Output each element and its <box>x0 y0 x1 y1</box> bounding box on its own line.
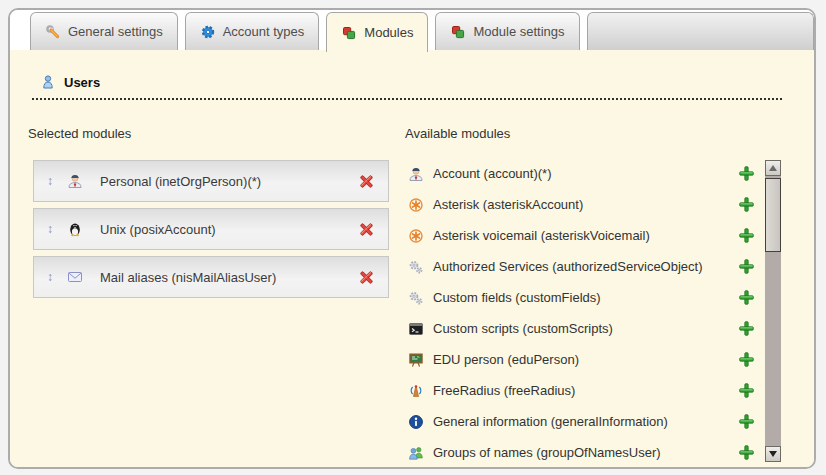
available-module-row: Account (account)(*) <box>408 158 755 189</box>
remove-module-button[interactable] <box>358 221 375 238</box>
selected-modules-label: Selected modules <box>28 126 131 141</box>
gears-icon <box>408 259 424 275</box>
person-icon <box>67 173 84 190</box>
antenna-icon <box>408 383 424 399</box>
gear-icon <box>200 24 216 40</box>
scrollbar-thumb[interactable] <box>765 178 781 252</box>
chalkboard-icon <box>408 352 424 368</box>
add-module-button[interactable] <box>738 413 755 430</box>
selected-module-row[interactable]: ↕Mail aliases (nisMailAliasUser) <box>33 256 389 298</box>
tab-label: General settings <box>68 24 163 39</box>
add-module-button[interactable] <box>738 165 755 182</box>
modules-tab-content: Users Selected modules Available modules… <box>10 50 814 467</box>
available-module-row: General information (generalInformation) <box>408 406 755 437</box>
drag-handle-icon[interactable]: ↕ <box>47 175 53 187</box>
person-icon <box>408 166 424 182</box>
user-pawn-icon <box>40 74 56 90</box>
module-label: Unix (posixAccount) <box>100 222 216 237</box>
add-module-button[interactable] <box>738 258 755 275</box>
tab-account-types[interactable]: Account types <box>185 12 320 50</box>
tux-icon <box>67 221 84 238</box>
available-module-row: Asterisk (asteriskAccount) <box>408 189 755 220</box>
add-module-button[interactable] <box>738 444 755 461</box>
available-module-row: Groups of names (groupOfNamesUser) <box>408 437 755 468</box>
drag-handle-icon[interactable]: ↕ <box>47 271 53 283</box>
add-module-button[interactable] <box>738 351 755 368</box>
add-module-button[interactable] <box>738 382 755 399</box>
add-module-button[interactable] <box>738 289 755 306</box>
modules-blocks-icon <box>450 24 466 40</box>
tab-module-settings[interactable]: Module settings <box>435 12 579 50</box>
add-module-button[interactable] <box>738 227 755 244</box>
module-label: Personal (inetOrgPerson)(*) <box>100 174 261 189</box>
module-label: FreeRadius (freeRadius) <box>433 383 575 398</box>
wrench-icon <box>45 24 61 40</box>
remove-module-button[interactable] <box>358 269 375 286</box>
available-module-row: Asterisk voicemail (asteriskVoicemail) <box>408 220 755 251</box>
info-icon <box>408 414 424 430</box>
tab-modules[interactable]: Modules <box>326 12 428 52</box>
groups-icon <box>408 445 424 461</box>
module-label: Account (account)(*) <box>433 166 552 181</box>
available-modules-scrollbar[interactable] <box>765 160 781 462</box>
terminal-icon <box>408 321 424 337</box>
add-module-button[interactable] <box>738 320 755 337</box>
remove-module-button[interactable] <box>358 173 375 190</box>
tab-label: Account types <box>223 24 305 39</box>
modules-blocks-icon <box>341 25 357 41</box>
available-module-row: Authorized Services (authorizedServiceOb… <box>408 251 755 282</box>
available-modules-label: Available modules <box>405 126 510 141</box>
selected-modules-list: ↕Personal (inetOrgPerson)(*)↕Unix (posix… <box>33 160 389 304</box>
scroll-up-button[interactable] <box>765 160 781 176</box>
section-title: Users <box>64 75 100 90</box>
selected-module-row[interactable]: ↕Unix (posixAccount) <box>33 208 389 250</box>
module-label: Custom fields (customFields) <box>433 290 601 305</box>
module-label: Asterisk (asteriskAccount) <box>433 197 583 212</box>
tab-bar: General settingsAccount typesModulesModu… <box>10 10 814 50</box>
scroll-down-button[interactable] <box>765 446 781 462</box>
gears-icon <box>408 290 424 306</box>
available-module-row: EDU person (eduPerson) <box>408 344 755 375</box>
tab-strip-filler <box>587 12 814 50</box>
available-module-row: Custom fields (customFields) <box>408 282 755 313</box>
available-module-row: FreeRadius (freeRadius) <box>408 375 755 406</box>
selected-module-row[interactable]: ↕Personal (inetOrgPerson)(*) <box>33 160 389 202</box>
users-section-header: Users <box>32 74 782 100</box>
drag-handle-icon[interactable]: ↕ <box>47 223 53 235</box>
envelope-icon <box>67 269 84 286</box>
add-module-button[interactable] <box>738 196 755 213</box>
module-label: Authorized Services (authorizedServiceOb… <box>433 259 703 274</box>
tab-label: Module settings <box>473 24 564 39</box>
module-label: General information (generalInformation) <box>433 414 668 429</box>
tab-general-settings[interactable]: General settings <box>30 12 178 50</box>
tab-label: Modules <box>364 25 413 40</box>
triangle-down-icon <box>769 451 777 457</box>
config-window: General settingsAccount typesModulesModu… <box>8 8 816 469</box>
module-label: Groups of names (groupOfNamesUser) <box>433 445 661 460</box>
asterisk-icon <box>408 228 424 244</box>
module-label: EDU person (eduPerson) <box>433 352 579 367</box>
module-label: Custom scripts (customScripts) <box>433 321 613 336</box>
module-label: Asterisk voicemail (asteriskVoicemail) <box>433 228 650 243</box>
asterisk-icon <box>408 197 424 213</box>
triangle-up-icon <box>769 165 777 171</box>
module-label: Mail aliases (nisMailAliasUser) <box>100 270 276 285</box>
available-modules-list: Account (account)(*)Asterisk (asteriskAc… <box>408 158 755 468</box>
available-module-row: Custom scripts (customScripts) <box>408 313 755 344</box>
